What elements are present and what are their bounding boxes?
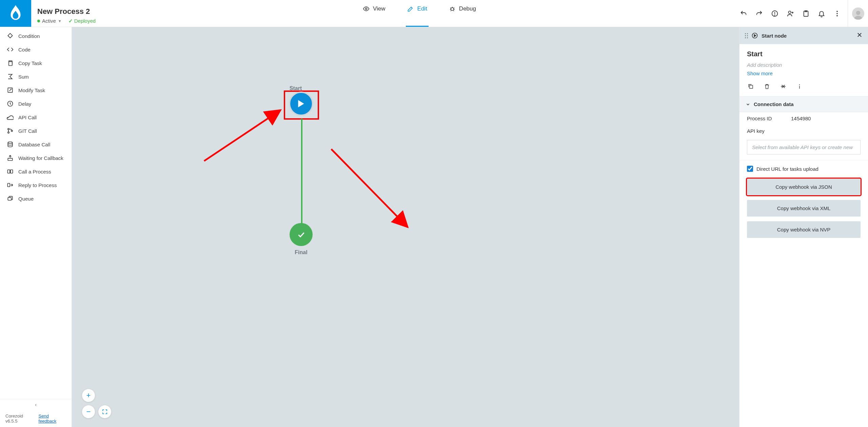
- delete-node-button[interactable]: [763, 83, 771, 90]
- fit-icon: [102, 409, 108, 415]
- redo-button[interactable]: [755, 9, 764, 18]
- panel-header-title: Start node: [762, 33, 853, 39]
- svg-point-6: [836, 11, 838, 12]
- process-canvas[interactable]: Start Final + −: [72, 27, 739, 427]
- sidebar-item-database-call[interactable]: Database Call: [0, 138, 72, 151]
- disconnect-button[interactable]: [780, 83, 787, 90]
- sidebar-item-delay[interactable]: Delay: [0, 97, 72, 110]
- sidebar-item-code[interactable]: Code: [0, 43, 72, 56]
- sidebar-item-label: Delay: [18, 101, 31, 107]
- process-id-label: Process ID: [747, 116, 791, 121]
- sidebar-item-modify-task[interactable]: Modify Task: [0, 83, 72, 97]
- sidebar-item-label: Code: [18, 47, 31, 53]
- zoom-in-button[interactable]: +: [82, 389, 95, 402]
- api-key-label: API key: [747, 128, 791, 134]
- info-button[interactable]: [796, 83, 803, 90]
- sidebar-item-label: Call a Process: [18, 169, 51, 175]
- svg-rect-18: [8, 170, 10, 173]
- sidebar-item-waiting-callback[interactable]: Waiting for Callback: [0, 151, 72, 165]
- process-id-value: 1454980: [791, 116, 811, 121]
- svg-line-22: [204, 110, 280, 161]
- copy-webhook-nvp-button[interactable]: Copy webhook via NVP: [747, 221, 861, 238]
- sidebar-item-label: API Call: [18, 115, 37, 120]
- svg-point-26: [799, 84, 800, 85]
- sidebar-item-git-call[interactable]: GIT Call: [0, 124, 72, 138]
- more-button[interactable]: [833, 9, 842, 18]
- sidebar-item-condition[interactable]: Condition: [0, 29, 72, 43]
- status-deployed: ✓ Deployed: [68, 18, 96, 24]
- final-node-label: Final: [295, 249, 307, 256]
- node-properties-panel: Start node Start Add description Show mo…: [739, 27, 868, 427]
- connection-data-accordion[interactable]: Connection data: [739, 96, 868, 112]
- sidebar-item-call-process[interactable]: Call a Process: [0, 165, 72, 178]
- copy-webhook-xml-button[interactable]: Copy webhook via XML: [747, 200, 861, 217]
- api-key-select[interactable]: Select from available API keys or create…: [747, 140, 861, 155]
- status-active-dropdown[interactable]: Active ▼: [37, 18, 62, 24]
- svg-rect-20: [8, 183, 10, 187]
- svg-rect-25: [750, 85, 753, 88]
- process-title: New Process 2: [37, 7, 100, 16]
- tab-edit[interactable]: Edit: [406, 0, 429, 27]
- sidebar-item-label: Copy Task: [18, 60, 42, 66]
- tab-view-label: View: [373, 5, 386, 12]
- tab-view[interactable]: View: [361, 0, 387, 27]
- sidebar-item-label: GIT Call: [18, 128, 37, 134]
- final-node[interactable]: [290, 223, 313, 246]
- svg-line-23: [331, 149, 408, 227]
- svg-point-1: [451, 8, 454, 11]
- undo-button[interactable]: [739, 9, 748, 18]
- sidebar-item-sum[interactable]: Sum: [0, 70, 72, 83]
- notifications-button[interactable]: [817, 9, 826, 18]
- chevron-down-icon: [746, 102, 750, 107]
- user-avatar[interactable]: [852, 7, 864, 20]
- svg-point-7: [836, 13, 838, 14]
- fit-screen-button[interactable]: [98, 405, 111, 418]
- tab-edit-label: Edit: [417, 5, 427, 12]
- sidebar-item-label: Database Call: [18, 142, 50, 147]
- copy-webhook-json-button[interactable]: Copy webhook via JSON: [747, 179, 861, 195]
- direct-url-label: Direct URL for tasks upload: [756, 166, 818, 172]
- description-input[interactable]: Add description: [747, 62, 861, 68]
- status-deployed-label: Deployed: [74, 18, 96, 24]
- sidebar-collapse-button[interactable]: ‹: [0, 399, 72, 410]
- start-node[interactable]: [289, 92, 313, 116]
- accordion-label: Connection data: [754, 101, 794, 107]
- send-feedback-link[interactable]: Send feedback: [39, 413, 66, 424]
- sidebar-item-label: Condition: [18, 33, 40, 39]
- errors-button[interactable]: [770, 9, 779, 18]
- close-panel-button[interactable]: [856, 32, 863, 39]
- chevron-down-icon: ▼: [58, 19, 62, 23]
- sidebar-item-label: Waiting for Callback: [18, 155, 63, 161]
- show-more-link[interactable]: Show more: [747, 70, 773, 76]
- tab-debug[interactable]: Debug: [448, 0, 477, 27]
- svg-point-14: [8, 132, 9, 133]
- tab-debug-label: Debug: [459, 5, 476, 12]
- svg-rect-27: [799, 86, 800, 88]
- svg-point-9: [856, 11, 860, 15]
- annotation-arrow-start: [201, 92, 289, 166]
- svg-rect-10: [9, 62, 12, 66]
- copy-node-button[interactable]: [747, 83, 754, 90]
- drag-handle-icon[interactable]: [745, 33, 748, 38]
- app-version: Corezoid v6.5.5: [5, 413, 35, 424]
- annotation-arrow-panel: [328, 146, 416, 234]
- active-dot-icon: [37, 20, 40, 22]
- play-circle-icon: [751, 32, 758, 39]
- node-title[interactable]: Start: [747, 50, 861, 58]
- svg-point-4: [789, 11, 791, 13]
- direct-url-checkbox[interactable]: [747, 166, 753, 172]
- sidebar-item-label: Reply to Process: [18, 182, 57, 188]
- check-icon: ✓: [68, 18, 73, 24]
- status-active-label: Active: [42, 18, 56, 24]
- sidebar-item-api-call[interactable]: API Call: [0, 110, 72, 124]
- play-icon: [297, 99, 305, 108]
- zoom-out-button[interactable]: −: [82, 405, 95, 418]
- sidebar-item-reply-process[interactable]: Reply to Process: [0, 178, 72, 192]
- node-palette-sidebar: Condition Code Copy Task Sum Modify Task…: [0, 27, 72, 427]
- sidebar-item-queue[interactable]: Queue: [0, 192, 72, 205]
- app-logo[interactable]: [0, 0, 31, 27]
- sidebar-item-copy-task[interactable]: Copy Task: [0, 56, 72, 70]
- share-button[interactable]: [786, 9, 795, 18]
- task-button[interactable]: [802, 9, 810, 18]
- sidebar-item-label: Queue: [18, 196, 34, 202]
